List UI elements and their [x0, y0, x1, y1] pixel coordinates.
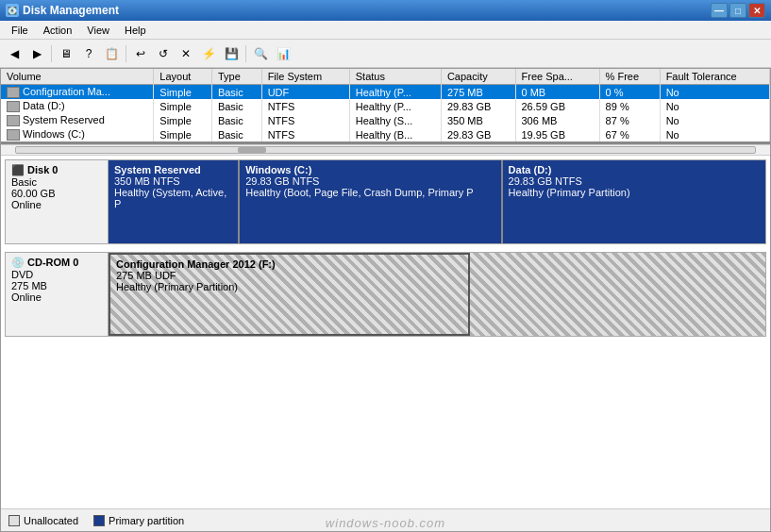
table-row[interactable]: Windows (C:)SimpleBasicNTFSHealthy (B...…	[1, 127, 770, 141]
volume-table: Volume Layout Type File System Status Ca…	[1, 69, 770, 141]
cdrom-0-status: Online	[11, 291, 102, 303]
legend-unallocated-box	[8, 515, 20, 526]
legend-unallocated: Unallocated	[8, 515, 78, 526]
window-title: Disk Management	[23, 4, 119, 17]
toolbar: ◀ ▶ 🖥 ? 📋 ↩ ↺ ✕ ⚡ 💾 🔍 📊	[0, 40, 771, 68]
title-controls: — □ ✕	[711, 3, 765, 18]
close-button[interactable]: ✕	[748, 3, 765, 18]
menu-file[interactable]: File	[4, 23, 36, 38]
partition-system-reserved-health: Healthy (System, Active, P	[114, 187, 232, 209]
legend-primary: Primary partition	[93, 515, 184, 526]
disk-0-label: ⬛ Disk 0 Basic 60.00 GB Online	[5, 159, 109, 244]
menu-help[interactable]: Help	[117, 23, 154, 38]
volume-icon	[7, 129, 20, 141]
refresh-button[interactable]: ↺	[153, 43, 174, 64]
disk-0-partitions: System Reserved 350 MB NTFS Healthy (Sys…	[109, 159, 766, 244]
table-row[interactable]: System ReservedSimpleBasicNTFSHealthy (S…	[1, 113, 770, 127]
col-header-fault: Fault Tolerance	[660, 69, 769, 85]
maximize-button[interactable]: □	[729, 3, 746, 18]
volume-icon	[7, 115, 20, 126]
partition-data-d-health: Healthy (Primary Partition)	[509, 187, 760, 198]
export-button[interactable]: ⚡	[198, 43, 219, 64]
col-header-layout: Layout	[154, 69, 212, 85]
col-header-filesystem: File System	[261, 69, 349, 85]
toolbar-separator-3	[245, 45, 246, 62]
partition-config-manager-health: Healthy (Primary Partition)	[116, 281, 462, 292]
cdrom-0-type: DVD	[11, 269, 102, 280]
help-button[interactable]: ?	[78, 43, 99, 64]
save-button[interactable]: 💾	[221, 43, 242, 64]
partition-system-reserved-name: System Reserved	[114, 164, 232, 175]
cdrom-0-name: 💿 CD-ROM 0	[11, 257, 102, 269]
partition-config-manager[interactable]: Configuration Manager 2012 (F:) 275 MB U…	[109, 253, 470, 336]
show-hide-button[interactable]: 🖥	[56, 43, 76, 64]
forward-button[interactable]: ▶	[26, 43, 47, 64]
scroll-track[interactable]	[15, 146, 756, 154]
partition-windows-c-name: Windows (C:)	[245, 164, 494, 175]
partition-windows-c[interactable]: Windows (C:) 29.83 GB NTFS Healthy (Boot…	[240, 160, 502, 243]
cdrom-0-size: 275 MB	[11, 280, 102, 291]
col-header-capacity: Capacity	[441, 69, 515, 85]
scroll-thumb[interactable]	[238, 147, 266, 153]
cdrom-0-label: 💿 CD-ROM 0 DVD 275 MB Online	[5, 252, 109, 337]
volume-icon	[7, 87, 20, 98]
col-header-status: Status	[349, 69, 441, 85]
legend-primary-box	[93, 515, 105, 526]
disk-0-name: ⬛ Disk 0	[11, 164, 102, 176]
cdrom-empty-space	[470, 253, 765, 336]
cdrom-0-row: 💿 CD-ROM 0 DVD 275 MB Online Configurati…	[5, 252, 766, 337]
col-header-volume: Volume	[1, 69, 154, 85]
partition-config-manager-size: 275 MB UDF	[116, 270, 462, 281]
partition-system-reserved-size: 350 MB NTFS	[114, 175, 232, 187]
disk-view: ⬛ Disk 0 Basic 60.00 GB Online System Re…	[1, 156, 770, 508]
table-row[interactable]: Data (D:)SimpleBasicNTFSHealthy (P...29.…	[1, 99, 770, 113]
horizontal-scrollbar[interactable]	[1, 144, 770, 156]
col-header-type: Type	[211, 69, 261, 85]
legend: Unallocated Primary partition	[1, 508, 770, 531]
properties-button[interactable]: 📋	[101, 43, 122, 64]
col-header-freespace: Free Spa...	[515, 69, 599, 85]
search-button[interactable]: 🔍	[250, 43, 271, 64]
disk-0-row: ⬛ Disk 0 Basic 60.00 GB Online System Re…	[5, 159, 766, 244]
cdrom-0-partitions: Configuration Manager 2012 (F:) 275 MB U…	[109, 252, 766, 337]
disk-0-type: Basic	[11, 176, 102, 188]
partition-config-manager-name: Configuration Manager 2012 (F:)	[116, 258, 462, 270]
menu-bar: File Action View Help	[0, 21, 771, 40]
disk-0-status: Online	[11, 199, 102, 210]
app-icon: 💽	[6, 4, 19, 17]
table-header-row: Volume Layout Type File System Status Ca…	[1, 69, 770, 85]
menu-view[interactable]: View	[79, 23, 117, 38]
toolbar-separator-1	[51, 45, 52, 62]
table-row[interactable]: Configuration Ma...SimpleBasicUDFHealthy…	[1, 85, 770, 100]
minimize-button[interactable]: —	[711, 3, 728, 18]
partition-system-reserved[interactable]: System Reserved 350 MB NTFS Healthy (Sys…	[109, 160, 240, 243]
partition-data-d[interactable]: Data (D:) 29.83 GB NTFS Healthy (Primary…	[503, 160, 765, 243]
menu-action[interactable]: Action	[36, 23, 80, 38]
toolbar-separator-2	[126, 45, 126, 62]
delete-button[interactable]: ✕	[176, 43, 196, 64]
partition-windows-c-health: Healthy (Boot, Page File, Crash Dump, Pr…	[245, 187, 494, 198]
legend-unallocated-label: Unallocated	[24, 515, 78, 526]
disk-0-size: 60.00 GB	[11, 188, 102, 199]
partition-data-d-size: 29.83 GB NTFS	[509, 175, 760, 187]
col-header-pctfree: % Free	[599, 69, 660, 85]
legend-primary-label: Primary partition	[109, 515, 184, 526]
title-bar: 💽 Disk Management — □ ✕	[0, 0, 771, 21]
volume-table-section: Volume Layout Type File System Status Ca…	[1, 69, 770, 144]
partition-windows-c-size: 29.83 GB NTFS	[245, 175, 494, 187]
volume-icon	[7, 101, 20, 112]
chart-button[interactable]: 📊	[273, 43, 293, 64]
back-button[interactable]: ◀	[4, 43, 25, 64]
partition-data-d-name: Data (D:)	[509, 164, 760, 175]
main-content: Volume Layout Type File System Status Ca…	[0, 68, 771, 532]
new-button[interactable]: ↩	[130, 43, 151, 64]
